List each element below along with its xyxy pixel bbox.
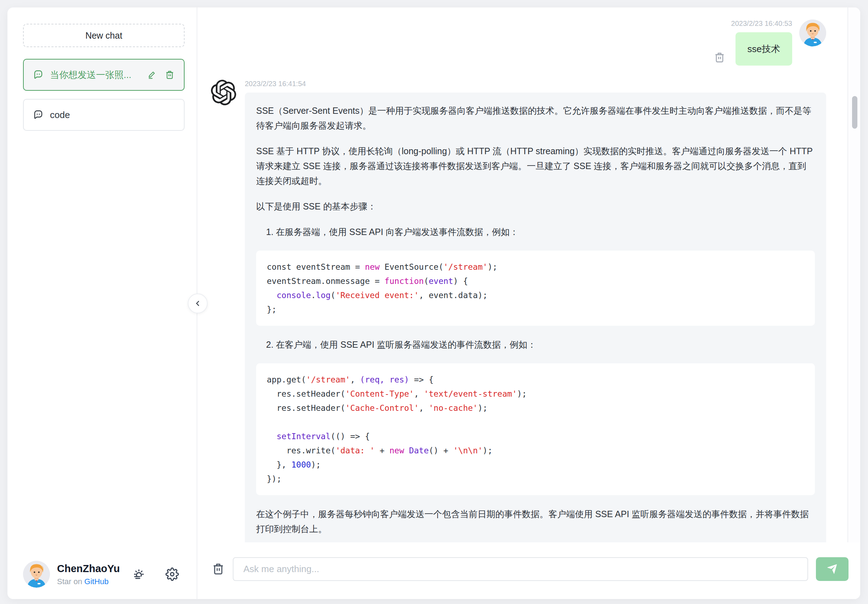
- user-message: 2023/2/23 16:40:53 sse技术: [211, 20, 826, 65]
- assistant-message: 2023/2/23 16:41:54 SSE（Server-Sent Event…: [211, 80, 826, 542]
- scrollbar-track[interactable]: [848, 8, 860, 542]
- sidebar-footer: ChenZhaoYu Star on GitHub: [23, 551, 184, 599]
- chat-input-bar: [197, 542, 860, 599]
- sun-theme-icon: [132, 567, 146, 581]
- sidebar-item-active-chat[interactable]: 当你想发送一张照...: [23, 59, 184, 91]
- chat-item-title: 当你想发送一张照...: [50, 69, 141, 81]
- delete-message-button[interactable]: [713, 51, 725, 64]
- chat-bubble-icon: [33, 110, 43, 120]
- paper-plane-icon: [826, 563, 838, 574]
- star-prefix: Star on: [57, 577, 84, 586]
- clear-conversation-button[interactable]: [211, 562, 225, 576]
- send-button[interactable]: [816, 557, 848, 581]
- message-timestamp: 2023/2/23 16:40:53: [731, 20, 792, 28]
- code-block: const eventStream = new EventSource('/st…: [256, 251, 815, 326]
- app-window: New chat 当你想发送一张照... code ChenZhaoYu: [8, 8, 860, 599]
- main-chat-panel: 2023/2/23 16:40:53 sse技术 2023/2/23 16:41…: [197, 8, 860, 599]
- collapse-sidebar-button[interactable]: [188, 293, 208, 313]
- settings-button[interactable]: [166, 567, 179, 581]
- delete-icon[interactable]: [165, 70, 175, 80]
- assistant-list-item: 2. 在客户端，使用 SSE API 监听服务器端发送的事件流数据，例如：: [256, 337, 815, 352]
- assistant-avatar: [211, 80, 238, 542]
- chat-bubble-icon: [33, 70, 43, 80]
- message-list[interactable]: 2023/2/23 16:40:53 sse技术 2023/2/23 16:41…: [197, 8, 860, 542]
- trash-icon: [713, 51, 725, 64]
- message-timestamp: 2023/2/23 16:41:54: [245, 80, 826, 88]
- theme-toggle-button[interactable]: [132, 567, 146, 581]
- trash-icon: [211, 562, 225, 576]
- chat-history-list: 当你想发送一张照... code: [23, 59, 184, 131]
- chevron-left-icon: [193, 299, 202, 308]
- assistant-paragraph: SSE（Server-Sent Events）是一种用于实现服务器向客户端推送数…: [256, 103, 815, 133]
- user-avatar: [23, 561, 50, 588]
- assistant-paragraph: 在这个例子中，服务器每秒钟向客户端发送一个包含当前日期的事件数据。客户端使用 S…: [256, 506, 815, 536]
- scrollbar-thumb[interactable]: [852, 96, 857, 129]
- new-chat-button[interactable]: New chat: [23, 24, 184, 47]
- openai-logo-icon: [211, 80, 236, 105]
- user-avatar: [799, 20, 826, 47]
- assistant-message-bubble: SSE（Server-Sent Events）是一种用于实现服务器向客户端推送数…: [245, 93, 826, 542]
- edit-icon[interactable]: [147, 70, 157, 80]
- code-block: app.get('/stream', (req, res) => { res.s…: [256, 363, 815, 495]
- user-name: ChenZhaoYu: [57, 562, 125, 575]
- assistant-list-item: 1. 在服务器端，使用 SSE API 向客户端发送事件流数据，例如：: [256, 224, 815, 239]
- github-link[interactable]: GitHub: [84, 577, 108, 586]
- gear-icon: [166, 567, 179, 581]
- sidebar-item-code-chat[interactable]: code: [23, 99, 184, 131]
- assistant-paragraph: 以下是使用 SSE 的基本步骤：: [256, 199, 815, 214]
- user-meta: ChenZhaoYu Star on GitHub: [57, 562, 125, 586]
- chat-item-title: code: [50, 110, 175, 121]
- user-message-bubble: sse技术: [736, 32, 792, 65]
- message-input[interactable]: [233, 557, 808, 581]
- sidebar: New chat 当你想发送一张照... code ChenZhaoYu: [8, 8, 197, 599]
- assistant-paragraph: SSE 基于 HTTP 协议，使用长轮询（long-polling）或 HTTP…: [256, 144, 815, 188]
- sidebar-footer-icons: [132, 567, 183, 581]
- assistant-message-body: SSE（Server-Sent Events）是一种用于实现服务器向客户端推送数…: [256, 103, 815, 536]
- star-on-github: Star on GitHub: [57, 577, 125, 586]
